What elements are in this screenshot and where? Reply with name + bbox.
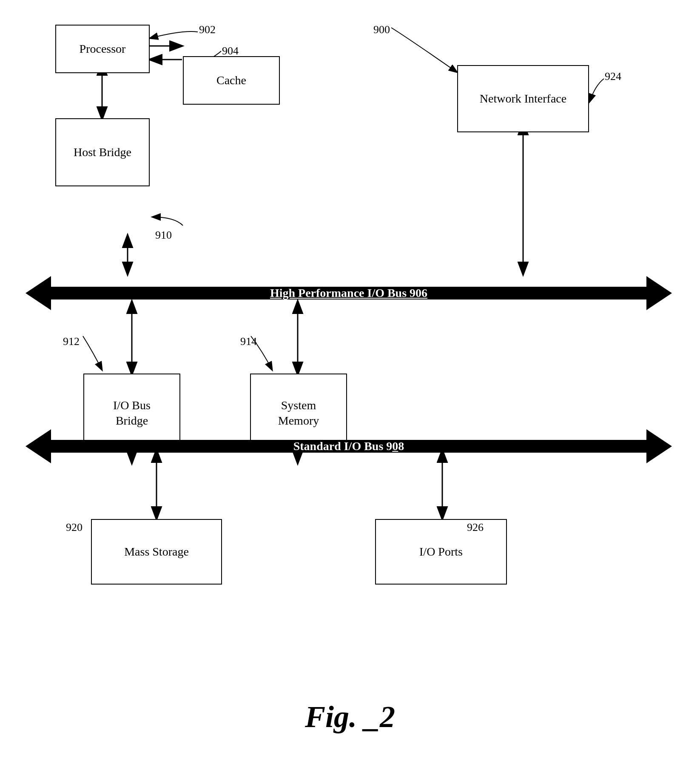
- ref-910: 910: [155, 229, 172, 242]
- system-memory-label: SystemMemory: [278, 398, 319, 429]
- diagram: Processor Cache Host Bridge Network Inte…: [0, 0, 700, 773]
- standard-io-bus: Standard I/O Bus 908: [26, 427, 672, 465]
- host-bridge-box: Host Bridge: [55, 118, 150, 186]
- mass-storage-box: Mass Storage: [91, 519, 222, 585]
- ref-900: 900: [373, 23, 390, 36]
- high-perf-bus: High Performance I/O Bus 906: [26, 274, 672, 312]
- ref-920: 920: [66, 521, 83, 534]
- ref-914: 914: [240, 335, 257, 348]
- io-ports-box: I/O Ports: [375, 519, 507, 585]
- cache-label: Cache: [216, 74, 246, 87]
- figure-label: Fig. _2: [305, 699, 395, 735]
- network-interface-box: Network Interface: [457, 65, 589, 132]
- ref-924: 924: [605, 70, 621, 83]
- standard-bus-label: Standard I/O Bus 908: [293, 439, 404, 453]
- processor-box: Processor: [55, 25, 150, 73]
- mass-storage-label: Mass Storage: [124, 545, 189, 559]
- io-ports-label: I/O Ports: [419, 545, 463, 559]
- host-bridge-label: Host Bridge: [74, 145, 131, 159]
- ref-926: 926: [467, 521, 484, 534]
- ref-902: 902: [199, 23, 216, 36]
- ref-904: 904: [222, 45, 239, 57]
- io-bus-bridge-label: I/O BusBridge: [113, 398, 151, 429]
- processor-label: Processor: [80, 42, 126, 56]
- ref-912: 912: [63, 335, 80, 348]
- high-perf-bus-label: High Performance I/O Bus 906: [270, 286, 427, 300]
- cache-box: Cache: [183, 56, 280, 105]
- network-interface-label: Network Interface: [480, 92, 566, 106]
